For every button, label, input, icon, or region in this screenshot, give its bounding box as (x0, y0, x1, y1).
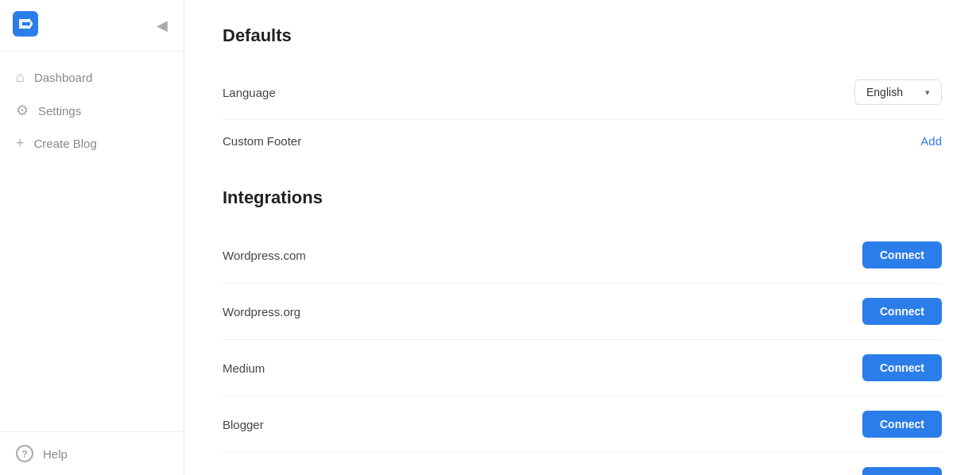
plus-icon: + (16, 135, 25, 152)
connect-button-blogger[interactable]: Connect (862, 411, 942, 438)
integration-row-wordpress-org: Wordpress.orgConnect (223, 284, 942, 340)
custom-footer-row: Custom Footer Add (223, 120, 942, 162)
integration-label-blogger: Blogger (223, 418, 264, 431)
integration-rows: Wordpress.comConnectWordpress.orgConnect… (223, 227, 942, 475)
logo (13, 11, 38, 40)
help-icon: ? (16, 445, 33, 462)
collapse-sidebar-button[interactable]: ◀ (153, 15, 171, 36)
connect-button-medium[interactable]: Connect (862, 354, 942, 381)
settings-label: Settings (38, 104, 81, 118)
gear-icon: ⚙ (16, 102, 29, 119)
integration-row-wordpress-com: Wordpress.comConnect (223, 227, 942, 284)
sidebar-footer: ? Help (0, 431, 184, 475)
integration-row-blogger: BloggerConnect (223, 396, 942, 453)
sidebar-item-dashboard[interactable]: ⌂ Dashboard (0, 61, 184, 94)
sidebar-header: ◀ (0, 0, 184, 52)
language-value: English (866, 86, 903, 98)
connect-button-wordpress-org[interactable]: Connect (862, 298, 942, 325)
language-row: Language English ▾ (223, 65, 942, 120)
help-label: Help (43, 447, 68, 461)
svg-rect-0 (13, 11, 38, 37)
nav-items: ⌂ Dashboard ⚙ Settings + Create Blog (0, 52, 184, 431)
sidebar: ◀ ⌂ Dashboard ⚙ Settings + Create Blog ?… (0, 0, 184, 475)
collapse-icon: ◀ (157, 17, 168, 33)
integrations-section: Integrations Wordpress.comConnectWordpre… (223, 187, 942, 475)
help-item[interactable]: ? Help (16, 445, 168, 462)
sidebar-item-settings[interactable]: ⚙ Settings (0, 94, 184, 127)
house-icon: ⌂ (16, 69, 25, 86)
integration-row-ghost-org: Ghost.orgConnect (223, 453, 942, 475)
chevron-down-icon: ▾ (925, 87, 930, 98)
integration-label-wordpress-com: Wordpress.com (223, 249, 306, 262)
connect-button-wordpress-com[interactable]: Connect (862, 241, 942, 268)
main-content: Defaults Language English ▾ Custom Foote… (184, 0, 980, 475)
add-custom-footer-link[interactable]: Add (920, 134, 942, 148)
custom-footer-label: Custom Footer (223, 134, 301, 148)
defaults-title: Defaults (223, 25, 942, 46)
integration-label-wordpress-org: Wordpress.org (223, 305, 300, 319)
create-blog-label: Create Blog (34, 137, 97, 150)
integration-row-medium: MediumConnect (223, 340, 942, 396)
integrations-title: Integrations (223, 187, 942, 208)
integration-label-medium: Medium (223, 361, 265, 375)
sidebar-item-create-blog[interactable]: + Create Blog (0, 127, 184, 160)
defaults-section: Defaults Language English ▾ Custom Foote… (223, 25, 942, 162)
language-select[interactable]: English ▾ (854, 79, 942, 105)
connect-button-ghost-org[interactable]: Connect (862, 467, 942, 475)
language-label: Language (223, 86, 276, 99)
dashboard-label: Dashboard (34, 71, 92, 84)
